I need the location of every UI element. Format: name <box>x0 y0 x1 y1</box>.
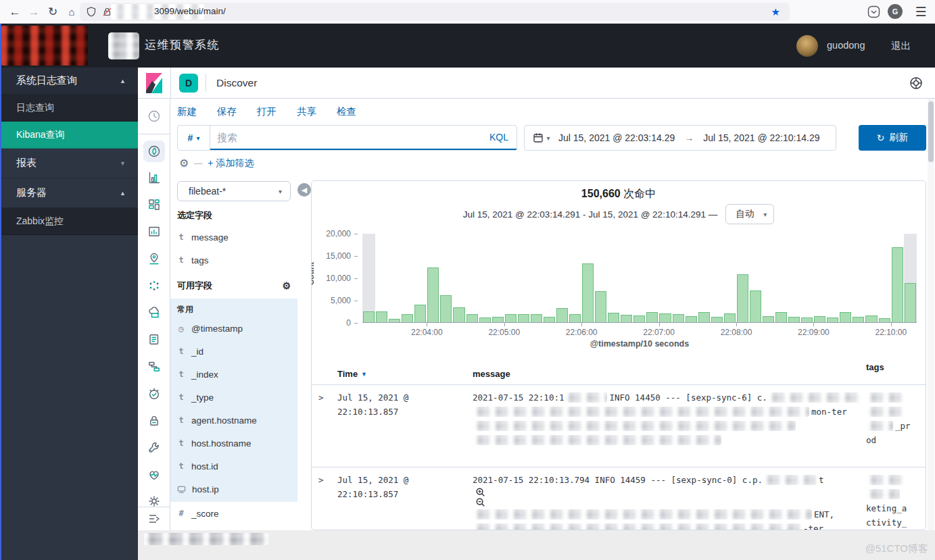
field-item-host.id[interactable]: thost.id <box>170 455 297 478</box>
calendar-button[interactable]: ▾ <box>525 132 558 143</box>
field-settings-gear-icon[interactable]: ⚙ <box>282 280 291 291</box>
discover-app-badge[interactable]: D <box>179 74 198 93</box>
collapse-sidebar-button[interactable]: ◀ <box>297 183 311 197</box>
histogram-bar[interactable] <box>375 234 388 322</box>
user-avatar[interactable] <box>796 35 818 57</box>
bookmark-star-icon[interactable]: ★ <box>771 6 780 18</box>
security-lock-icon[interactable] <box>143 410 165 432</box>
query-language-prefix-button[interactable]: # ▾ <box>178 126 210 150</box>
histogram-bar[interactable] <box>414 234 427 322</box>
new-button[interactable]: 新建 <box>177 105 197 118</box>
sidebar-item-servers[interactable]: 服务器 ▲ <box>0 178 138 208</box>
uptime-icon[interactable] <box>143 383 165 405</box>
field-item-_index[interactable]: t_index <box>170 363 297 386</box>
histogram-bar[interactable] <box>749 234 762 322</box>
dashboard-icon[interactable] <box>143 194 165 215</box>
discover-compass-icon[interactable] <box>143 141 165 162</box>
histogram-bar[interactable] <box>711 234 723 322</box>
histogram-bar[interactable] <box>362 234 375 322</box>
field-item-host.ip[interactable]: host.ip <box>170 478 297 501</box>
recently-viewed-icon[interactable] <box>143 105 165 127</box>
field-item-_type[interactable]: t_type <box>170 386 297 409</box>
menu-hamburger-icon[interactable]: ☰ <box>911 0 930 24</box>
field-item-tags[interactable]: ttags <box>170 249 297 272</box>
column-header-tags[interactable]: tags <box>866 359 926 384</box>
collapse-nav-icon[interactable] <box>143 508 165 530</box>
field-item-message[interactable]: tmessage <box>170 226 297 249</box>
field-item-host.hostname[interactable]: thost.hostname <box>170 432 297 455</box>
histogram-bar[interactable] <box>466 234 479 322</box>
histogram-bar[interactable] <box>569 234 581 322</box>
logs-icon[interactable] <box>143 329 165 351</box>
expand-row-icon[interactable]: > <box>318 467 337 530</box>
histogram-bar[interactable] <box>646 234 658 322</box>
sidebar-item-system-log-query[interactable]: 系统日志查询 ▲ <box>0 68 138 95</box>
histogram-bar[interactable] <box>439 234 452 322</box>
canvas-icon[interactable] <box>143 221 165 243</box>
expand-row-icon[interactable]: > <box>318 385 337 467</box>
scrollbar-track[interactable] <box>928 99 934 530</box>
histogram-bar[interactable] <box>479 234 492 322</box>
apm-traces-icon[interactable] <box>143 356 165 378</box>
profile-avatar[interactable]: G <box>888 4 903 19</box>
help-icon[interactable] <box>909 76 923 90</box>
dev-tools-wrench-icon[interactable] <box>143 437 165 459</box>
filter-settings-gear-icon[interactable]: ⚙ <box>179 157 189 170</box>
histogram-bar[interactable] <box>427 234 439 322</box>
histogram-bar[interactable] <box>504 234 517 322</box>
save-button[interactable]: 保存 <box>217 105 237 118</box>
enterprise-search-icon[interactable] <box>143 302 165 324</box>
machine-learning-icon[interactable] <box>143 275 165 297</box>
time-range-end[interactable]: Jul 15, 2021 @ 22:10:14.29 <box>703 132 819 143</box>
open-button[interactable]: 打开 <box>257 105 277 118</box>
pocket-icon[interactable] <box>867 5 880 18</box>
field-item-_score[interactable]: #_score <box>170 502 297 525</box>
field-item-@timestamp[interactable]: ◷@timestamp <box>170 317 297 340</box>
histogram-bar[interactable] <box>492 234 504 322</box>
kibana-logo-icon[interactable] <box>145 73 163 93</box>
username[interactable]: guodong <box>827 40 865 51</box>
shield-icon[interactable] <box>87 7 96 17</box>
sidebar-item-zabbix[interactable]: Zabbix监控 <box>0 208 138 235</box>
histogram-bar[interactable] <box>698 234 711 322</box>
inspect-button[interactable]: 检查 <box>337 105 356 118</box>
share-button[interactable]: 共享 <box>297 105 316 118</box>
sidebar-item-log-query[interactable]: 日志查询 <box>0 95 138 122</box>
maps-icon[interactable] <box>143 248 165 270</box>
url-bar[interactable]: 3099/webui/main/ ★ <box>80 3 790 21</box>
column-header-message[interactable]: message <box>473 359 866 384</box>
field-item-_id[interactable]: t_id <box>170 340 297 363</box>
refresh-button[interactable]: ↻ 刷新 <box>859 125 926 151</box>
histogram-bar[interactable] <box>530 234 543 322</box>
histogram-bar[interactable] <box>517 234 530 322</box>
histogram-bar[interactable] <box>658 234 671 322</box>
visualize-icon[interactable] <box>143 167 165 188</box>
histogram-bar[interactable] <box>685 234 698 322</box>
histogram-bar[interactable] <box>388 234 401 322</box>
histogram-bar[interactable] <box>878 234 891 322</box>
back-icon[interactable]: ← <box>5 0 24 24</box>
zoom-out-filter-icon[interactable] <box>475 497 485 507</box>
histogram-bar[interactable] <box>607 234 620 322</box>
histogram-bar[interactable] <box>581 234 594 322</box>
logout-button[interactable]: 退出 <box>891 40 911 53</box>
histogram-bar[interactable] <box>826 234 839 322</box>
histogram-bar[interactable] <box>904 234 917 322</box>
stack-monitoring-icon[interactable] <box>143 464 165 486</box>
histogram-bar[interactable] <box>762 234 775 322</box>
search-input[interactable] <box>210 132 481 143</box>
sort-desc-icon[interactable]: ▼ <box>361 371 367 379</box>
column-header-time[interactable]: Time ▼ <box>337 359 473 384</box>
home-icon[interactable]: ⌂ <box>62 0 81 24</box>
histogram-bar[interactable] <box>633 234 646 322</box>
add-filter-link[interactable]: + 添加筛选 <box>208 157 254 170</box>
histogram-bar[interactable] <box>401 234 414 322</box>
scrollbar-thumb[interactable] <box>928 101 934 162</box>
field-item-agent.hostname[interactable]: tagent.hostname <box>170 409 297 432</box>
histogram-bar[interactable] <box>672 234 685 322</box>
zoom-in-filter-icon[interactable] <box>475 487 485 497</box>
interval-select[interactable]: 自动 ▾ <box>725 204 774 224</box>
kql-toggle[interactable]: KQL <box>481 132 517 143</box>
histogram-bar[interactable] <box>620 234 633 322</box>
sidebar-item-kibana-query[interactable]: Kibana查询 <box>0 122 138 149</box>
